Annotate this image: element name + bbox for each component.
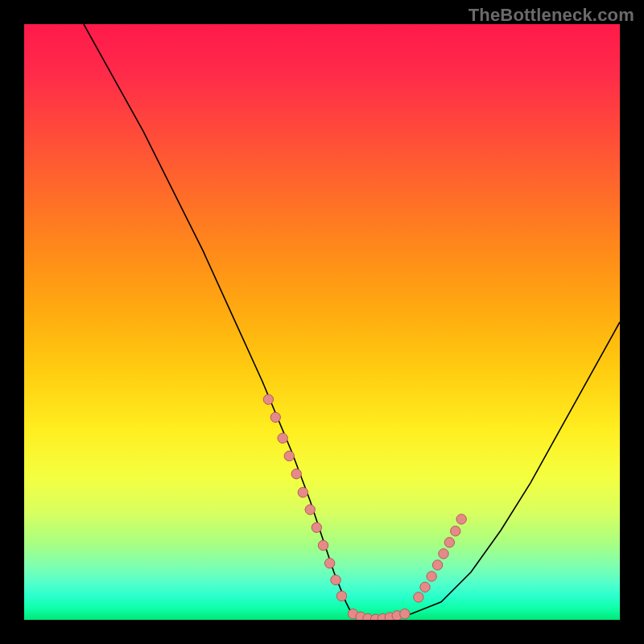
data-dot [451,526,460,536]
data-dot [420,582,430,592]
data-dot [336,591,346,601]
data-dot [298,487,308,497]
data-dots [263,394,466,620]
watermark-text: TheBottleneck.com [469,5,634,26]
data-dot [456,514,466,524]
data-dot [324,559,334,568]
data-dot [263,394,273,404]
bottleneck-curve [84,24,620,620]
data-dot [270,412,280,422]
data-dot [331,575,341,584]
data-dot [427,572,436,581]
data-dot [414,592,423,602]
data-dot [318,540,328,550]
data-dot [305,505,315,514]
data-dot [284,451,294,460]
data-dot [400,609,410,618]
data-dot [439,549,448,559]
data-dot [278,433,287,443]
data-dot [444,538,454,547]
data-dot [432,560,442,570]
data-dot [291,469,301,479]
data-dot [312,522,321,532]
